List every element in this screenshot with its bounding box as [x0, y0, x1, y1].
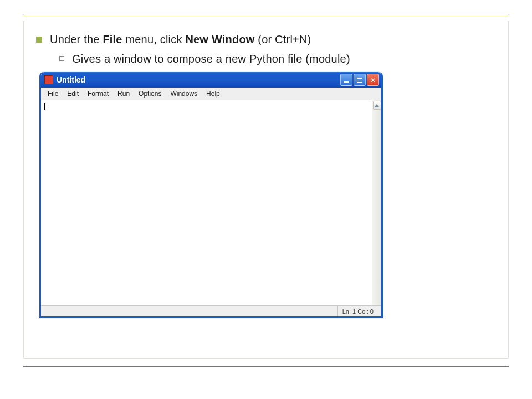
minimize-button[interactable]: [340, 74, 352, 86]
content-box: Under the File menu, click New Window (o…: [23, 21, 509, 359]
bullet-main-text: Under the File menu, click New Window (o…: [50, 33, 311, 46]
close-icon: ×: [371, 76, 375, 84]
menu-options[interactable]: Options: [134, 89, 166, 99]
bottom-rule: [23, 366, 509, 367]
menu-help[interactable]: Help: [202, 89, 224, 99]
vertical-scrollbar[interactable]: [372, 100, 381, 305]
editor-wrap: [41, 100, 381, 305]
bullet-icon: [59, 56, 64, 61]
minimize-icon: [344, 81, 349, 83]
window-title: Untitled: [57, 75, 340, 84]
menu-file[interactable]: File: [43, 89, 63, 99]
text-bold: File: [103, 33, 122, 45]
chevron-up-icon: [375, 104, 379, 107]
text-fragment: Under the: [50, 33, 103, 45]
status-position: Ln: 1 Col: 0: [337, 306, 378, 316]
text-fragment: menu, click: [122, 33, 186, 45]
window-controls: ×: [340, 74, 379, 86]
titlebar[interactable]: Untitled ×: [41, 72, 381, 88]
menubar: File Edit Format Run Options Windows Hel…: [41, 88, 381, 100]
menu-format[interactable]: Format: [83, 89, 113, 99]
text-bold: New Window: [185, 33, 254, 45]
menu-run[interactable]: Run: [113, 89, 134, 99]
text-fragment: (or Ctrl+N): [255, 33, 311, 45]
bullet-icon: [36, 37, 42, 43]
top-rule: [23, 16, 509, 16]
menu-windows[interactable]: Windows: [166, 89, 202, 99]
maximize-button[interactable]: [354, 74, 366, 86]
text-editor[interactable]: [41, 100, 372, 305]
close-button[interactable]: ×: [367, 74, 379, 86]
bullet-main: Under the File menu, click New Window (o…: [36, 33, 496, 46]
app-icon: [44, 75, 53, 84]
bullet-sub-text: Gives a window to compose a new Python f…: [72, 53, 350, 65]
maximize-icon: [357, 78, 362, 83]
scroll-up-button[interactable]: [373, 101, 381, 110]
menu-edit[interactable]: Edit: [63, 89, 83, 99]
idle-window: Untitled × File Edit Format Run Options …: [39, 72, 383, 318]
text-cursor: [44, 103, 45, 110]
statusbar: Ln: 1 Col: 0: [41, 305, 381, 316]
bullet-sub: Gives a window to compose a new Python f…: [59, 53, 496, 65]
